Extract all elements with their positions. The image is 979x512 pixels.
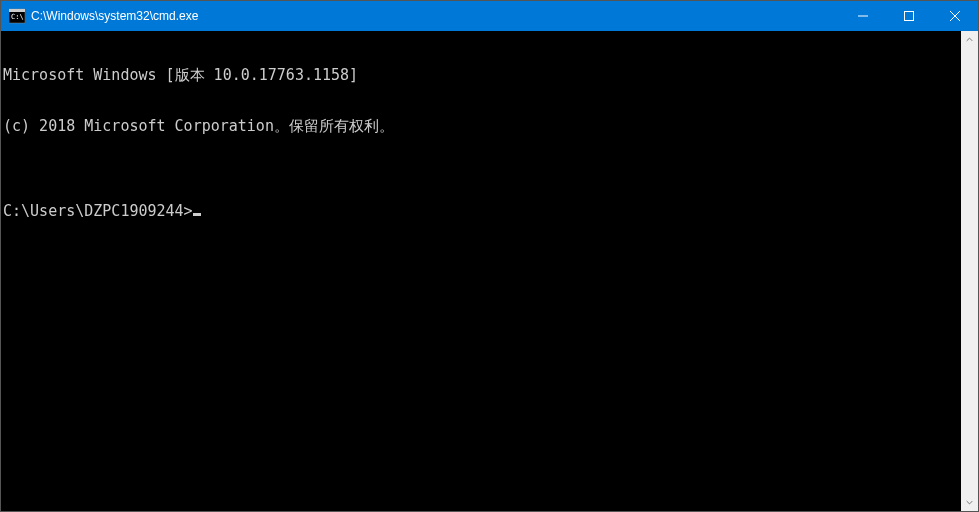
- terminal-line-version: Microsoft Windows [版本 10.0.17763.1158]: [3, 67, 961, 84]
- window-controls: [840, 1, 978, 31]
- svg-rect-4: [905, 12, 914, 21]
- scroll-track[interactable]: [961, 48, 978, 494]
- titlebar[interactable]: C:\ C:\Windows\system32\cmd.exe: [1, 1, 978, 31]
- minimize-button[interactable]: [840, 1, 886, 31]
- content-area: Microsoft Windows [版本 10.0.17763.1158] (…: [1, 31, 978, 511]
- maximize-button[interactable]: [886, 1, 932, 31]
- svg-rect-1: [9, 9, 25, 12]
- terminal-output[interactable]: Microsoft Windows [版本 10.0.17763.1158] (…: [1, 31, 961, 511]
- vertical-scrollbar[interactable]: [961, 31, 978, 511]
- terminal-prompt: C:\Users\DZPC1909244>: [3, 203, 193, 220]
- app-icon: C:\: [9, 8, 25, 24]
- cmd-window: C:\ C:\Windows\system32\cmd.exe Microsof…: [0, 0, 979, 512]
- cursor-icon: [193, 213, 201, 216]
- scroll-down-button[interactable]: [961, 494, 978, 511]
- svg-text:C:\: C:\: [11, 13, 24, 21]
- scroll-up-button[interactable]: [961, 31, 978, 48]
- terminal-prompt-line: C:\Users\DZPC1909244>: [3, 203, 961, 220]
- close-button[interactable]: [932, 1, 978, 31]
- terminal-line-copyright: (c) 2018 Microsoft Corporation。保留所有权利。: [3, 118, 961, 135]
- window-title: C:\Windows\system32\cmd.exe: [31, 9, 840, 23]
